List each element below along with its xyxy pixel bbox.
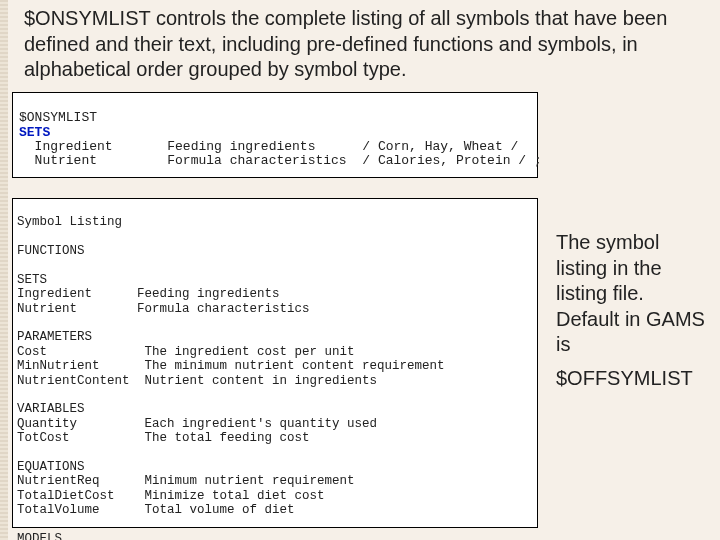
code-keyword-sets: SETS bbox=[19, 125, 50, 140]
listing-row: TotalDietCost Minimize total diet cost bbox=[17, 489, 325, 503]
intro-paragraph: $ONSYMLIST controls the complete listing… bbox=[24, 6, 684, 83]
listing-row: Quantity Each ingredient's quantity used bbox=[17, 417, 377, 431]
section-header: SETS bbox=[17, 273, 47, 287]
code-line: $ONSYMLIST bbox=[19, 110, 97, 125]
listing-title: Symbol Listing bbox=[17, 215, 122, 229]
listing-row: NutrientReq Minimum nutrient requirement bbox=[17, 474, 355, 488]
listing-row: TotalVolume Total volume of diet bbox=[17, 503, 295, 517]
listing-row: TotCost The total feeding cost bbox=[17, 431, 310, 445]
listing-row: MinNutrient The minimum nutrient content… bbox=[17, 359, 445, 373]
intro-keyword: $ONSYMLIST bbox=[24, 7, 150, 29]
section-header: PARAMETERS bbox=[17, 330, 92, 344]
listing-row: Cost The ingredient cost per unit bbox=[17, 345, 355, 359]
side-note: The symbol listing in the listing file. … bbox=[556, 230, 706, 392]
section-header: VARIABLES bbox=[17, 402, 85, 416]
side-note-body: The symbol listing in the listing file. … bbox=[556, 230, 706, 358]
listing-row: Ingredient Feeding ingredients bbox=[17, 287, 280, 301]
code-line: Nutrient Formula characteristics / Calor… bbox=[19, 153, 542, 168]
listing-row: NutrientContent Nutrient content in ingr… bbox=[17, 374, 377, 388]
symbol-listing-box: Symbol Listing FUNCTIONS SETS Ingredient… bbox=[12, 198, 538, 528]
section-header: FUNCTIONS bbox=[17, 244, 85, 258]
section-header: EQUATIONS bbox=[17, 460, 85, 474]
section-header: MODELS bbox=[17, 532, 62, 540]
listing-row: Nutrient Formula characteristics bbox=[17, 302, 310, 316]
source-code-box: $ONSYMLIST SETS Ingredient Feeding ingre… bbox=[12, 92, 538, 178]
side-note-keyword: $OFFSYMLIST bbox=[556, 366, 706, 392]
code-line: Ingredient Feeding ingredients / Corn, H… bbox=[19, 139, 518, 154]
slide-left-stripe bbox=[0, 0, 8, 540]
